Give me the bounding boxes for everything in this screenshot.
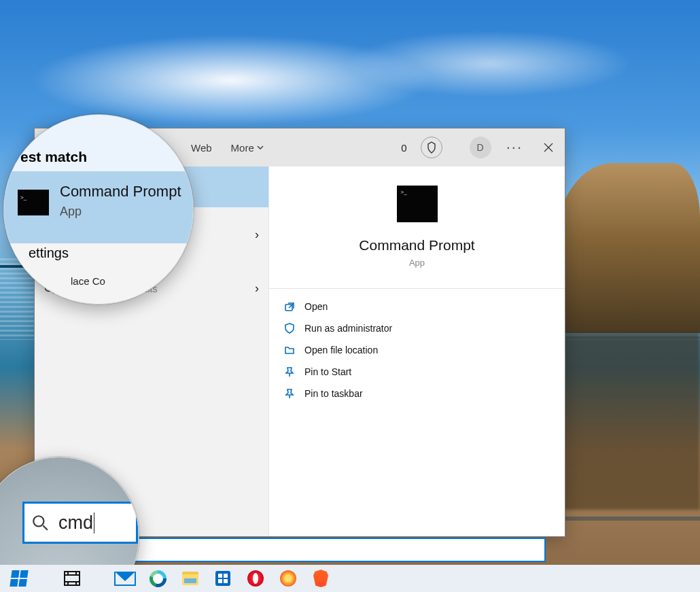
action-run-admin-label: Run as administrator xyxy=(304,323,392,334)
taskbar-edge[interactable] xyxy=(141,565,174,592)
svg-point-2 xyxy=(33,516,43,526)
magnifier-best-match: est match Command Prompt App ettings lac… xyxy=(3,114,194,304)
open-icon xyxy=(284,301,295,312)
action-run-as-admin[interactable]: Run as administrator xyxy=(269,317,565,339)
mag-result-title: Command Prompt xyxy=(60,183,181,201)
rewards-count: 0 xyxy=(401,142,409,154)
wallpaper-rock xyxy=(550,163,700,333)
action-pin-start-label: Pin to Start xyxy=(304,366,351,377)
chevron-right-icon: › xyxy=(255,226,259,243)
divider xyxy=(269,288,565,289)
wallpaper-clouds xyxy=(0,20,700,129)
command-prompt-icon xyxy=(397,186,438,222)
tab-more-label: More xyxy=(231,142,254,154)
pin-icon xyxy=(284,388,295,399)
folder-icon xyxy=(284,345,295,355)
taskbar-brave[interactable] xyxy=(304,565,337,592)
action-open-label: Open xyxy=(304,301,328,312)
start-button[interactable] xyxy=(3,565,35,592)
taskbar-ms-store[interactable] xyxy=(207,565,239,592)
action-open[interactable]: Open xyxy=(269,296,565,317)
account-avatar[interactable]: D xyxy=(470,137,491,158)
more-options-button[interactable]: ··· xyxy=(502,139,527,156)
action-pin-taskbar-label: Pin to taskbar xyxy=(304,388,363,399)
mag-settings-heading: ettings xyxy=(29,245,69,261)
avatar-initial: D xyxy=(477,142,484,153)
action-pin-to-taskbar[interactable]: Pin to taskbar xyxy=(269,383,565,404)
task-view-icon xyxy=(62,570,82,587)
preview-actions: Open Run as administrator Open file loca… xyxy=(269,293,565,407)
task-view-button[interactable] xyxy=(56,565,88,592)
preview-column: Command Prompt App Open Run as administr… xyxy=(268,167,565,536)
edge-icon xyxy=(150,570,167,587)
action-open-file-location[interactable]: Open file location xyxy=(269,339,565,361)
firefox-icon xyxy=(280,570,296,587)
taskbar-mail[interactable] xyxy=(109,565,141,592)
mag-search-query: cmd xyxy=(58,512,94,534)
mag-search-input[interactable]: cmd xyxy=(22,502,138,544)
ms-store-icon xyxy=(215,571,230,586)
close-icon xyxy=(544,143,553,152)
pin-icon xyxy=(284,366,295,377)
opera-icon xyxy=(247,570,264,587)
tab-web[interactable]: Web xyxy=(187,138,216,158)
preview-subtype: App xyxy=(409,258,425,268)
command-prompt-icon xyxy=(18,190,49,215)
mag-best-match-heading: est match xyxy=(20,149,87,165)
badge-icon xyxy=(427,141,436,154)
mail-icon xyxy=(113,569,137,588)
chevron-down-icon xyxy=(257,145,264,150)
taskbar-opera[interactable] xyxy=(239,565,272,592)
action-open-location-label: Open file location xyxy=(304,345,378,355)
mag-result-subtype: App xyxy=(60,205,82,219)
tab-more[interactable]: More xyxy=(227,138,268,158)
rewards-badge-button[interactable] xyxy=(421,137,442,158)
chevron-right-icon: › xyxy=(255,281,259,296)
windows-logo-icon xyxy=(10,570,28,587)
wallpaper-reflection xyxy=(550,333,700,510)
svg-rect-3 xyxy=(65,572,80,585)
action-pin-to-start[interactable]: Pin to Start xyxy=(269,361,565,383)
preview-title: Command Prompt xyxy=(359,237,474,254)
search-icon xyxy=(31,514,49,532)
file-explorer-icon xyxy=(182,572,198,585)
mag-settings-fragment: lace Co xyxy=(71,275,105,287)
taskbar-search-input[interactable] xyxy=(130,538,546,562)
brave-icon xyxy=(313,570,328,587)
preview-header: Command Prompt App xyxy=(269,167,565,281)
taskbar-file-explorer[interactable] xyxy=(174,565,207,592)
close-button[interactable] xyxy=(538,137,559,158)
taskbar-firefox[interactable] xyxy=(272,565,304,592)
taskbar xyxy=(0,565,700,592)
shield-icon xyxy=(284,323,295,334)
